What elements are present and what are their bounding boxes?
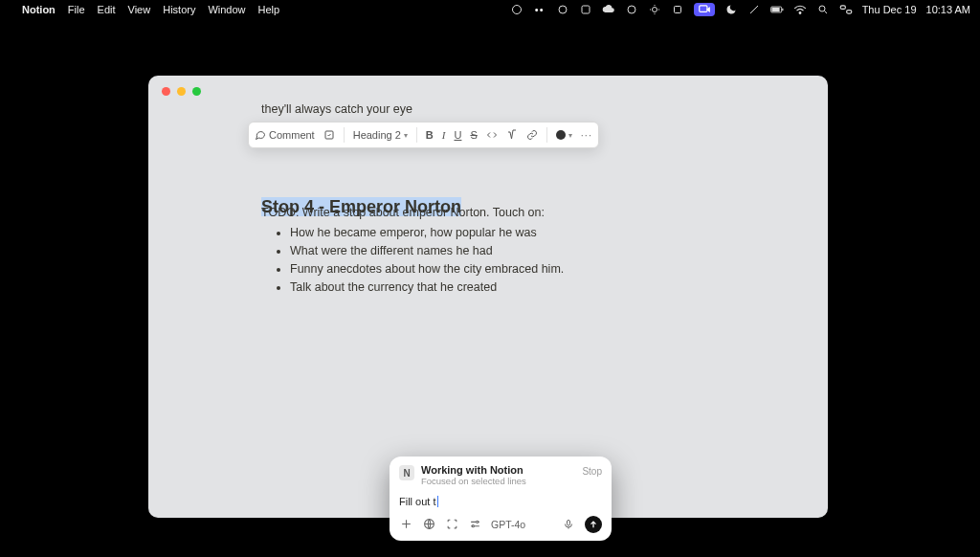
- scan-icon: [446, 518, 458, 530]
- svg-point-1: [559, 6, 567, 13]
- italic-button[interactable]: I: [442, 129, 446, 141]
- strike-button[interactable]: S: [470, 129, 477, 141]
- status-icon-4[interactable]: [648, 3, 661, 16]
- assistant-subtitle: Focused on selected lines: [421, 477, 575, 487]
- assistant-add-button[interactable]: [399, 518, 412, 531]
- svg-rect-13: [846, 11, 851, 13]
- assistant-settings-button[interactable]: [468, 518, 481, 531]
- control-center-icon[interactable]: [839, 3, 853, 16]
- macos-menubar: Notion File Edit View History Window Hel…: [0, 0, 980, 19]
- link-icon: [526, 129, 538, 141]
- floating-format-toolbar: Comment Heading 2 ▾ B I U S ▾ ···: [248, 122, 599, 148]
- svg-rect-6: [699, 6, 706, 11]
- block-type-label: Heading 2: [353, 129, 401, 141]
- sliders-icon: [469, 518, 481, 530]
- more-options-button[interactable]: ···: [581, 129, 592, 141]
- menubar-date[interactable]: Thu Dec 19: [862, 4, 917, 15]
- menubar-item-window[interactable]: Window: [208, 4, 245, 15]
- svg-point-4: [652, 8, 657, 12]
- menubar-item-view[interactable]: View: [128, 4, 151, 15]
- list-item[interactable]: Talk about the currency that he created: [290, 280, 564, 294]
- menubar-item-edit[interactable]: Edit: [98, 4, 116, 15]
- svg-rect-8: [771, 8, 779, 11]
- underline-button[interactable]: U: [454, 129, 461, 141]
- document-content[interactable]: they'll always catch your eye Stop 4 - E…: [261, 100, 790, 116]
- code-icon: [486, 129, 498, 141]
- comment-icon: [255, 129, 266, 141]
- block-type-dropdown[interactable]: Heading 2 ▾: [353, 129, 408, 141]
- todo-line[interactable]: TODO: Write a stop about emperor Norton.…: [261, 206, 545, 219]
- status-icon-1[interactable]: [510, 3, 523, 16]
- menubar-right: ••: [510, 3, 970, 16]
- comment-label: Comment: [269, 129, 315, 141]
- svg-point-11: [819, 6, 825, 11]
- list-item[interactable]: What were the different names he had: [290, 244, 564, 257]
- arrow-up-icon: [589, 520, 598, 529]
- assistant-scan-button[interactable]: [445, 518, 458, 531]
- microphone-icon: [563, 519, 574, 530]
- code-button[interactable]: [486, 129, 498, 141]
- status-icon-dots[interactable]: ••: [533, 3, 546, 16]
- plus-icon: [400, 518, 412, 530]
- assistant-popup: N Working with Notion Focused on selecte…: [390, 457, 612, 541]
- do-not-disturb-icon[interactable]: [724, 3, 738, 16]
- color-dot-icon: [556, 130, 566, 140]
- svg-rect-2: [582, 6, 590, 13]
- equation-icon: [506, 129, 518, 141]
- chevron-down-icon: ▾: [568, 131, 572, 140]
- window-minimize-button[interactable]: [177, 87, 186, 96]
- svg-rect-12: [840, 6, 845, 9]
- text-caret: [437, 496, 438, 507]
- assistant-input[interactable]: Fill out t: [399, 496, 602, 507]
- svg-point-3: [628, 6, 635, 13]
- menubar-item-help[interactable]: Help: [258, 4, 280, 15]
- svg-point-0: [512, 6, 521, 14]
- suggest-edits-button[interactable]: [323, 129, 335, 141]
- status-icon-6[interactable]: [747, 3, 761, 16]
- comment-button[interactable]: Comment: [255, 129, 315, 141]
- globe-icon: [423, 518, 435, 530]
- assistant-mic-button[interactable]: [562, 518, 575, 531]
- screen-recording-icon[interactable]: [694, 3, 715, 16]
- window-traffic-lights: [162, 87, 201, 96]
- bullet-list[interactable]: How he became emperor, how popular he wa…: [275, 221, 564, 299]
- svg-rect-9: [782, 9, 783, 11]
- status-icon-2[interactable]: [556, 3, 569, 16]
- window-close-button[interactable]: [162, 87, 170, 96]
- preceding-text-line[interactable]: they'll always catch your eye: [261, 102, 790, 116]
- svg-point-16: [476, 521, 478, 523]
- assistant-app-icon: N: [399, 465, 414, 480]
- wifi-icon[interactable]: [793, 3, 807, 16]
- menubar-app-name[interactable]: Notion: [22, 4, 56, 15]
- link-button[interactable]: [526, 129, 538, 141]
- cloud-icon[interactable]: [602, 3, 615, 16]
- assistant-title: Working with Notion: [421, 464, 575, 477]
- bold-button[interactable]: B: [426, 129, 434, 141]
- assistant-stop-button[interactable]: Stop: [582, 466, 602, 477]
- text-color-button[interactable]: ▾: [556, 130, 572, 140]
- svg-point-17: [472, 525, 474, 527]
- spotlight-icon[interactable]: [816, 3, 830, 16]
- equation-button[interactable]: [506, 129, 518, 141]
- assistant-model-selector[interactable]: GPT-4o: [491, 519, 525, 530]
- window-zoom-button[interactable]: [192, 87, 201, 96]
- notion-window: they'll always catch your eye Stop 4 - E…: [148, 76, 828, 518]
- status-icon-5[interactable]: [671, 3, 684, 16]
- svg-rect-18: [568, 520, 570, 525]
- assistant-web-button[interactable]: [422, 518, 435, 531]
- list-item[interactable]: Funny anecdotes about how the city embra…: [290, 262, 564, 276]
- menubar-item-file[interactable]: File: [68, 4, 85, 15]
- menubar-item-history[interactable]: History: [163, 4, 195, 15]
- assistant-input-text: Fill out t: [399, 496, 436, 507]
- notion-status-icon[interactable]: [579, 3, 592, 16]
- svg-point-10: [799, 12, 801, 14]
- chevron-down-icon: ▾: [404, 131, 408, 140]
- status-icon-3[interactable]: [625, 3, 638, 16]
- list-item[interactable]: How he became emperor, how popular he wa…: [290, 226, 564, 239]
- assistant-send-button[interactable]: [585, 516, 602, 533]
- svg-rect-5: [674, 7, 680, 13]
- menubar-time[interactable]: 10:13 AM: [926, 4, 970, 15]
- battery-icon[interactable]: [770, 3, 784, 16]
- suggest-icon: [323, 129, 335, 141]
